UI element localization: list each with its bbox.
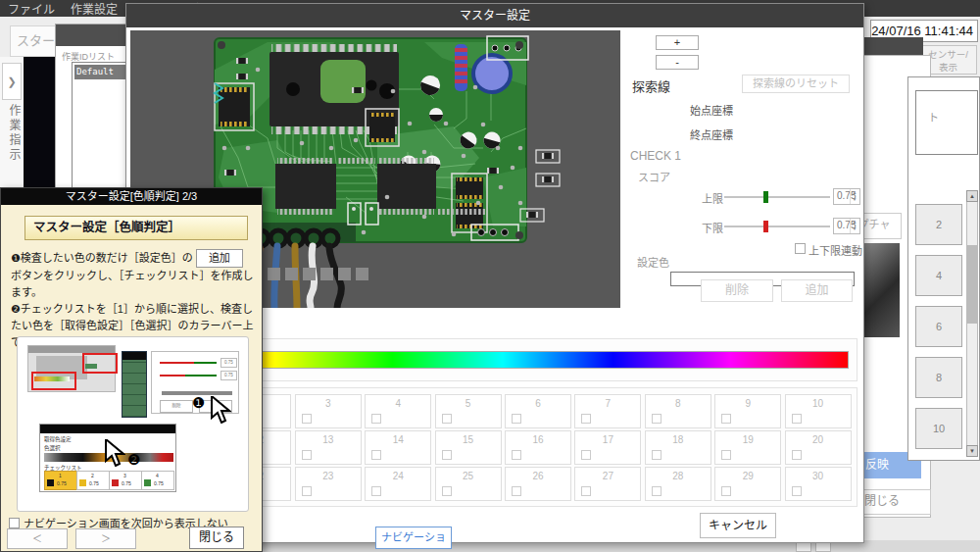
- checklist-cell[interactable]: 29: [714, 467, 781, 501]
- checklist-cell-checkbox[interactable]: [652, 450, 662, 460]
- upper-limit-slider[interactable]: [724, 196, 830, 198]
- lower-limit-slider-handle[interactable]: [763, 221, 768, 232]
- checklist-cell[interactable]: 28: [645, 467, 711, 501]
- checklist-cell[interactable]: 30: [785, 467, 852, 501]
- number-list-item[interactable]: 10: [915, 408, 962, 449]
- checklist-cell[interactable]: 18: [645, 430, 711, 465]
- checklist-cell-checkbox[interactable]: [371, 450, 381, 460]
- checklist-cell[interactable]: 19: [714, 430, 781, 465]
- menu-item[interactable]: 作業設定: [71, 0, 118, 17]
- checklist-cell-checkbox[interactable]: [302, 486, 312, 496]
- checklist-cell[interactable]: 20: [785, 430, 852, 465]
- link-limits-checkbox[interactable]: [795, 243, 806, 254]
- checklist-cell-checkbox[interactable]: [512, 414, 521, 424]
- checklist-cell-number: 17: [575, 434, 640, 445]
- scroll-up-icon[interactable]: ▲: [966, 190, 978, 202]
- checklist-cell[interactable]: 26: [505, 467, 571, 501]
- checklist-cell[interactable]: 7: [574, 394, 641, 428]
- checklist-cell-number: 6: [506, 398, 570, 409]
- checklist-cell-checkbox[interactable]: [442, 450, 452, 460]
- navigation-button[interactable]: ナビゲーション: [375, 527, 452, 549]
- list-scrollbar[interactable]: [966, 190, 978, 457]
- checklist-cell-checkbox[interactable]: [302, 450, 312, 460]
- checklist-cell[interactable]: 25: [435, 467, 502, 501]
- checklist-cell[interactable]: 15: [435, 430, 502, 465]
- upper-limit-spinbox[interactable]: 0.75 ▲▼: [833, 188, 860, 205]
- inline-add-button: 追加: [196, 249, 243, 268]
- checklist-cell-checkbox[interactable]: [652, 486, 662, 496]
- spinner-arrows-icon[interactable]: ▲▼: [850, 219, 858, 233]
- dont-show-again-checkbox[interactable]: [9, 518, 20, 528]
- checklist-cell-checkbox[interactable]: [512, 450, 521, 460]
- checklist-cell-number: 3: [296, 398, 361, 409]
- add-button[interactable]: 追加: [781, 279, 853, 302]
- lower-limit-slider[interactable]: [724, 226, 830, 227]
- checklist-cell-number: 7: [575, 398, 640, 409]
- checklist-cell[interactable]: 24: [365, 467, 431, 501]
- checklist-cell[interactable]: 27: [574, 467, 641, 501]
- checklist-cell-checkbox[interactable]: [652, 414, 662, 424]
- step1-text: ❶検査したい色の数だけ［設定色］の: [11, 252, 193, 264]
- checklist-cell[interactable]: 6: [505, 394, 571, 428]
- upper-limit-slider-handle[interactable]: [763, 191, 768, 203]
- spinner-arrows-icon[interactable]: ▲▼: [850, 189, 858, 204]
- checklist-cell[interactable]: 9: [714, 394, 781, 428]
- checklist-cell-checkbox[interactable]: [442, 486, 452, 496]
- lower-limit-spinbox[interactable]: 0.75 ▲▼: [833, 218, 860, 234]
- checklist-cell-checkbox[interactable]: [512, 486, 521, 496]
- checklist-cell[interactable]: 17: [574, 430, 641, 465]
- checklist-cell[interactable]: 16: [505, 430, 571, 465]
- checklist-cell-checkbox[interactable]: [371, 414, 381, 424]
- checklist-cell-checkbox[interactable]: [442, 414, 452, 424]
- zoom-in-button[interactable]: +: [656, 35, 699, 50]
- search-line-reset-button[interactable]: 探索線のリセット: [742, 75, 850, 93]
- work-id-listbox[interactable]: Default: [72, 62, 128, 191]
- checklist-cell[interactable]: 14: [365, 430, 431, 465]
- checklist-cell-checkbox[interactable]: [371, 486, 381, 496]
- checklist-cell-checkbox[interactable]: [792, 414, 802, 424]
- checklist-cell[interactable]: 4: [365, 394, 431, 428]
- work-id-item[interactable]: Default: [74, 65, 125, 79]
- help-close-button[interactable]: 閉じる: [189, 527, 244, 549]
- number-list-item[interactable]: 2: [915, 204, 962, 245]
- checklist-cell[interactable]: 3: [295, 394, 362, 428]
- checklist-cell[interactable]: 13: [295, 430, 362, 465]
- number-list-item[interactable]: 4: [915, 255, 962, 296]
- checklist-cell-number: 23: [296, 471, 361, 481]
- checklist-cell[interactable]: 8: [645, 394, 711, 428]
- checklist-cell-checkbox[interactable]: [581, 486, 591, 496]
- upper-limit-label: 上限: [702, 190, 723, 206]
- checklist-cell-checkbox[interactable]: [792, 486, 802, 496]
- checklist-cell-checkbox[interactable]: [721, 414, 731, 424]
- lower-limit-label: 下限: [702, 220, 723, 235]
- scroll-down-icon[interactable]: ▼: [966, 445, 978, 457]
- checklist-cell-checkbox[interactable]: [302, 414, 312, 424]
- save-button[interactable]: 保存: [783, 513, 855, 538]
- end-coord-label: 終点座標: [690, 126, 733, 142]
- work-id-window-titlebar: [56, 25, 132, 46]
- menu-item[interactable]: ファイル: [8, 0, 55, 17]
- help-prev-button[interactable]: ＜: [7, 528, 68, 549]
- checklist-cell-number: 19: [715, 434, 780, 445]
- cancel-button[interactable]: キャンセル: [700, 513, 776, 538]
- checklist-cell-number: 18: [646, 434, 710, 445]
- number-list-item[interactable]: 6: [915, 306, 962, 347]
- checklist-cell[interactable]: 23: [295, 467, 362, 501]
- checklist-cell-checkbox[interactable]: [581, 450, 591, 460]
- checklist-cell-checkbox[interactable]: [581, 414, 591, 424]
- checklist-cell-checkbox[interactable]: [792, 450, 802, 460]
- help-next-button[interactable]: ＞: [75, 528, 136, 549]
- checklist-cell[interactable]: 10: [785, 394, 852, 428]
- zoom-out-button[interactable]: -: [656, 55, 699, 70]
- delete-button[interactable]: 削除: [701, 279, 773, 302]
- checklist-cell-checkbox[interactable]: [721, 486, 731, 496]
- list-scrollbar-thumb[interactable]: [967, 245, 977, 324]
- sidebar-expand-button[interactable]: ❯: [2, 63, 22, 100]
- checklist-cell[interactable]: 5: [435, 394, 502, 428]
- checklist-cell-number: 26: [506, 471, 570, 481]
- checklist-cell-number: 13: [296, 434, 361, 445]
- cursor-arrow-icon: [210, 396, 231, 424]
- checklist-cell-checkbox[interactable]: [721, 450, 731, 460]
- start-button[interactable]: スタート: [10, 25, 61, 57]
- number-list-item[interactable]: 8: [915, 357, 962, 398]
